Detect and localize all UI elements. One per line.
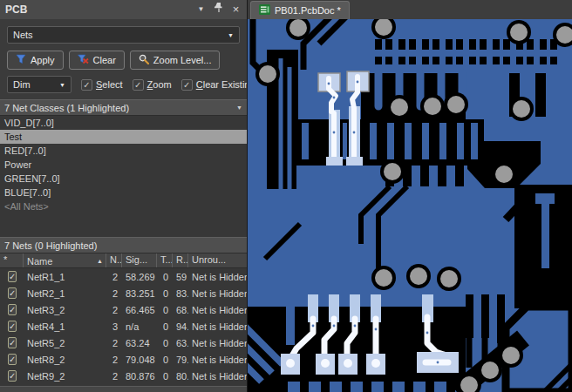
net-classes-list: VID_D[7..0] Test RED[7..0] Power GREEN[7… — [0, 116, 247, 237]
net-nodes: 2 — [106, 288, 122, 299]
net-checkbox[interactable]: ✓ — [8, 337, 17, 348]
select-checkbox[interactable]: ✓ Select — [81, 79, 123, 91]
net-name: NetR1_1 — [24, 272, 106, 282]
net-routed: 68. — [173, 305, 188, 315]
filter-mode-dropdown[interactable]: Nets ▼ — [7, 26, 240, 44]
net-classes-header-label: 7 Net Classes (1 Highlighted) — [4, 103, 129, 113]
tab-pcb-doc[interactable]: PB01.PcbDoc * — [250, 1, 350, 19]
zoom-checkbox[interactable]: ✓ Zoom — [133, 79, 172, 91]
editor-area: PB01.PcbDoc * — [248, 0, 572, 392]
checkbox-check-icon: ✓ — [81, 79, 92, 91]
net-class-item[interactable]: BLUE[7..0] — [0, 186, 247, 199]
net-signal: 58.269 — [122, 272, 157, 282]
apply-funnel-icon — [16, 54, 26, 66]
net-unrouted: Net is Hidden — [188, 272, 247, 282]
net-checkbox[interactable]: ✓ — [8, 321, 17, 332]
net-checkbox[interactable]: ✓ — [8, 370, 17, 382]
sort-ascending-icon: ▲ — [97, 258, 103, 264]
dim-mode-dropdown[interactable]: Dim ▼ — [7, 76, 72, 93]
nets-table-body: ✓ NetR1_1 2 58.269 0 59 Net is Hidden ✓ … — [0, 268, 247, 386]
column-header-routed[interactable]: R... — [173, 253, 188, 267]
table-row[interactable]: ✓ NetR9_2 2 80.876 0 80. Net is Hidden — [0, 368, 247, 384]
zoom-level-button[interactable]: Zoom Level... — [130, 51, 221, 70]
net-unrouted: Net is Hidden — [188, 321, 247, 332]
zoom-checkbox-label: Zoom — [147, 79, 172, 90]
table-row[interactable]: ✓ NetR8_2 2 79.048 0 79. Net is Hidden — [0, 351, 247, 368]
clear-button-label: Clear — [93, 55, 116, 65]
clear-funnel-icon — [78, 54, 89, 66]
net-nodes: 2 — [106, 371, 122, 382]
net-routed: 80. — [173, 371, 188, 382]
net-routed: 83. — [173, 288, 188, 299]
pcb-doc-icon — [259, 4, 270, 17]
net-class-item-all-nets[interactable]: <All Nets> — [0, 199, 247, 213]
checkbox-check-icon: ✓ — [181, 79, 193, 91]
net-t: 0 — [157, 355, 173, 365]
column-header-name-label: Name — [27, 256, 52, 267]
apply-button-label: Apply — [31, 55, 55, 65]
table-row[interactable]: ✓ NetR1_1 2 58.269 0 59 Net is Hidden — [0, 268, 247, 285]
panel-titlebar: PCB ▼ × — [0, 0, 247, 19]
net-t: 0 — [157, 371, 173, 382]
table-row[interactable]: ✓ NetR4_1 3 n/a 0 94. Net is Hidden — [0, 318, 247, 335]
net-classes-header[interactable]: 7 Net Classes (1 Highlighted) ▼ — [0, 99, 247, 116]
net-name: NetR3_2 — [24, 305, 106, 315]
chevron-down-icon: ▼ — [236, 105, 242, 111]
app-window: PCB ▼ × Nets ▼ Apply Clear Zoom Level... — [0, 0, 572, 392]
net-nodes: 2 — [106, 355, 122, 365]
column-header-unrouted[interactable]: Unrou... — [188, 253, 247, 267]
net-name: NetR8_2 — [24, 355, 106, 365]
zoom-level-button-label: Zoom Level... — [153, 55, 212, 65]
net-unrouted: Net is Hidden — [188, 371, 247, 382]
net-checkbox[interactable]: ✓ — [8, 354, 17, 365]
column-header-name[interactable]: Name ▲ — [24, 253, 106, 267]
pin-icon[interactable] — [213, 2, 224, 17]
net-signal: 80.876 — [122, 371, 157, 382]
net-class-item[interactable]: RED[7..0] — [0, 144, 247, 158]
select-checkbox-label: Select — [96, 79, 123, 90]
chevron-down-icon: ▼ — [59, 82, 65, 88]
nets-header[interactable]: 7 Nets (0 Highlighted) — [0, 237, 247, 253]
net-nodes: 3 — [106, 321, 122, 332]
pcb-canvas[interactable] — [248, 19, 572, 392]
magnifier-icon — [139, 54, 149, 66]
net-name: NetR4_1 — [24, 321, 106, 332]
net-class-item[interactable]: GREEN[7..0] — [0, 172, 247, 186]
close-icon[interactable]: × — [230, 3, 242, 16]
nets-table-header: * Name ▲ N.. Sig... T... R... Unrou... — [0, 253, 247, 268]
net-signal: 79.048 — [122, 355, 157, 365]
net-t: 0 — [157, 338, 173, 348]
net-checkbox[interactable]: ✓ — [8, 304, 17, 315]
filter-buttons: Apply Clear Zoom Level... — [7, 51, 247, 70]
net-t: 0 — [157, 321, 173, 332]
column-header-nodes[interactable]: N.. — [106, 253, 122, 267]
net-routed: 79. — [173, 355, 188, 365]
net-checkbox[interactable]: ✓ — [8, 271, 17, 282]
net-checkbox[interactable]: ✓ — [8, 287, 17, 299]
net-class-item[interactable]: Power — [0, 158, 247, 172]
net-class-item-selected[interactable]: Test — [0, 130, 247, 144]
table-row[interactable]: ✓ NetR2_1 2 83.251 0 83. Net is Hidden — [0, 285, 247, 301]
net-signal: 63.24 — [122, 338, 157, 348]
nets-header-label: 7 Nets (0 Highlighted) — [4, 240, 97, 251]
net-class-item[interactable]: VID_D[7..0] — [0, 116, 247, 130]
checkbox-check-icon: ✓ — [133, 79, 144, 91]
net-unrouted: Net is Hidden — [188, 288, 247, 299]
net-name: NetR2_1 — [24, 288, 106, 299]
clear-existing-checkbox[interactable]: ✓ Clear Existing — [181, 79, 247, 91]
table-row[interactable]: ✓ NetR3_2 2 66.465 0 68. Net is Hidden — [0, 301, 247, 318]
tab-label: PB01.PcbDoc * — [275, 5, 341, 16]
filter-mode-value: Nets — [13, 30, 33, 40]
column-header-t[interactable]: T... — [157, 253, 173, 267]
net-t: 0 — [157, 272, 173, 282]
net-name: NetR5_2 — [24, 338, 106, 348]
net-t: 0 — [157, 305, 173, 315]
column-header-signal[interactable]: Sig... — [122, 253, 157, 267]
panel-menu-arrow-icon[interactable]: ▼ — [195, 3, 207, 16]
apply-button[interactable]: Apply — [7, 51, 64, 70]
table-row[interactable]: ✓ NetR5_2 2 63.24 0 63. Net is Hidden — [0, 335, 247, 351]
pcb-panel: PCB ▼ × Nets ▼ Apply Clear Zoom Level... — [0, 0, 248, 392]
net-t: 0 — [157, 288, 173, 299]
column-header-check[interactable]: * — [0, 253, 24, 267]
clear-button[interactable]: Clear — [69, 51, 125, 70]
